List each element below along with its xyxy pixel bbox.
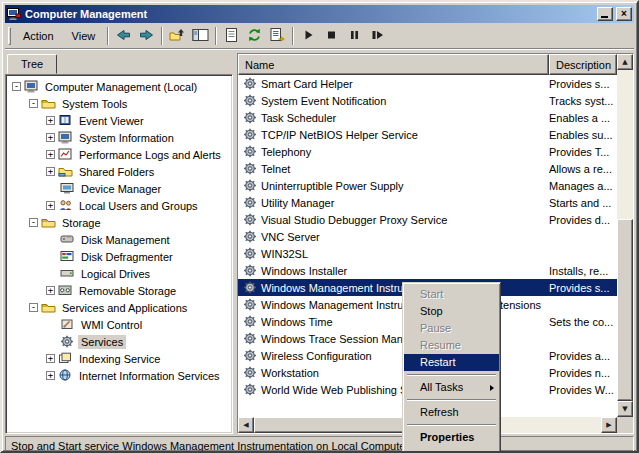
show-tree-button[interactable] bbox=[189, 25, 212, 46]
tree-item-disk-management[interactable]: Disk Management bbox=[8, 231, 232, 248]
up-level-button[interactable] bbox=[166, 25, 189, 46]
tree-item-label: Event Viewer bbox=[76, 114, 147, 128]
tab-tree[interactable]: Tree bbox=[7, 54, 57, 74]
vertical-scrollbar[interactable]: ▲ ▼ bbox=[617, 54, 633, 417]
expand-plus-box[interactable]: + bbox=[46, 116, 55, 125]
expand-plus-box[interactable]: + bbox=[46, 201, 55, 210]
tree-item-shared-folders[interactable]: +Shared Folders bbox=[8, 163, 232, 180]
expand-plus-box[interactable]: + bbox=[46, 167, 55, 176]
expand-minus-box[interactable]: - bbox=[29, 218, 38, 227]
expand-plus-box[interactable]: + bbox=[46, 133, 55, 142]
expand-plus-box[interactable]: + bbox=[46, 150, 55, 159]
start-service-button[interactable] bbox=[297, 25, 320, 46]
toolbar-separator bbox=[161, 27, 163, 45]
service-gear-icon bbox=[243, 77, 257, 90]
column-header-description[interactable]: Description bbox=[549, 54, 617, 75]
service-row-task-scheduler[interactable]: Task SchedulerEnables a ... bbox=[238, 109, 617, 126]
tree-item-system-tools[interactable]: -System Tools bbox=[8, 95, 232, 112]
forward-button[interactable] bbox=[135, 25, 158, 46]
expand-plus-box[interactable]: + bbox=[46, 371, 55, 380]
column-header-name[interactable]: Name bbox=[238, 54, 549, 75]
service-row-visual-studio-debugger-proxy-service[interactable]: Visual Studio Debugger Proxy ServiceProv… bbox=[238, 211, 617, 228]
service-row-utility-manager[interactable]: Utility ManagerStarts and ... bbox=[238, 194, 617, 211]
expand-minus-box[interactable]: - bbox=[12, 82, 21, 91]
tree-item-event-viewer[interactable]: +Event Viewer bbox=[8, 112, 232, 129]
tree-item-system-information[interactable]: +System Information bbox=[8, 129, 232, 146]
service-description: Installs, re... bbox=[549, 265, 617, 277]
computer-management-icon bbox=[7, 7, 22, 22]
tree-item-indexing-service[interactable]: +Indexing Service bbox=[8, 350, 232, 367]
context-menu-item-restart[interactable]: Restart bbox=[404, 354, 499, 371]
service-gear-icon bbox=[243, 366, 257, 379]
service-description: Tracks syst... bbox=[549, 95, 617, 107]
back-button[interactable] bbox=[112, 25, 135, 46]
service-row-vnc-server[interactable]: VNC Server bbox=[238, 228, 617, 245]
service-name: Wireless Configuration bbox=[261, 350, 372, 362]
service-row-telnet[interactable]: TelnetAllows a re... bbox=[238, 160, 617, 177]
tree-item-device-manager[interactable]: Device Manager bbox=[8, 180, 232, 197]
tree-item-computer-management-local[interactable]: -Computer Management (Local) bbox=[8, 78, 232, 95]
service-gear-icon bbox=[243, 145, 257, 158]
vertical-scroll-thumb[interactable] bbox=[617, 219, 633, 401]
tree-item-logical-drives[interactable]: Logical Drives bbox=[8, 265, 232, 282]
context-menu-item-stop[interactable]: Stop bbox=[404, 303, 499, 320]
service-gear-icon bbox=[243, 383, 257, 396]
context-menu-item-label: Properties bbox=[420, 431, 474, 443]
service-description: Provides a... bbox=[549, 350, 617, 362]
toolbar-grip[interactable] bbox=[8, 27, 11, 45]
minimize-button[interactable] bbox=[597, 7, 613, 21]
service-row-uninterruptible-power-supply[interactable]: Uninterruptible Power SupplyManages a... bbox=[238, 177, 617, 194]
menu-action[interactable]: Action bbox=[14, 27, 63, 45]
folder-tools-icon bbox=[41, 97, 56, 110]
tree-item-local-users-and-groups[interactable]: +Local Users and Groups bbox=[8, 197, 232, 214]
service-gear-icon bbox=[243, 196, 257, 209]
tree-item-services[interactable]: Services bbox=[8, 333, 232, 350]
export-list-button[interactable] bbox=[266, 25, 289, 46]
titlebar[interactable]: Computer Management × bbox=[5, 5, 634, 23]
vertical-scroll-track[interactable] bbox=[617, 70, 633, 401]
tree-item-services-and-applications[interactable]: -Services and Applications bbox=[8, 299, 232, 316]
refresh-button[interactable] bbox=[243, 25, 266, 46]
up-level-icon bbox=[169, 27, 186, 45]
gear-icon bbox=[60, 335, 75, 348]
service-row-smart-card-helper[interactable]: Smart Card HelperProvides s... bbox=[238, 75, 617, 92]
context-menu-item-all-tasks[interactable]: All Tasks bbox=[404, 379, 499, 396]
scroll-down-button[interactable]: ▼ bbox=[617, 401, 633, 417]
service-row-telephony[interactable]: TelephonyProvides T... bbox=[238, 143, 617, 160]
expand-minus-box[interactable]: - bbox=[29, 99, 38, 108]
status-panel: Stop and Start service Windows Managemen… bbox=[5, 436, 634, 453]
scroll-left-button[interactable]: ◀ bbox=[238, 417, 254, 433]
tree-item-disk-defragmenter[interactable]: Disk Defragmenter bbox=[8, 248, 232, 265]
restart-service-button[interactable] bbox=[366, 25, 389, 46]
iis-icon bbox=[58, 369, 73, 382]
service-row-system-event-notification[interactable]: System Event NotificationTracks syst... bbox=[238, 92, 617, 109]
menubar: ActionView bbox=[5, 23, 634, 49]
context-menu-item-refresh[interactable]: Refresh bbox=[404, 404, 499, 421]
context-menu: StartStopPauseResumeRestartAll TasksRefr… bbox=[402, 282, 501, 453]
service-row-win32sl[interactable]: WIN32SL bbox=[238, 245, 617, 262]
close-button[interactable]: × bbox=[616, 7, 632, 21]
tree-item-performance-logs-and-alerts[interactable]: +Performance Logs and Alerts bbox=[8, 146, 232, 163]
expand-plus-box[interactable]: + bbox=[46, 286, 55, 295]
context-menu-item-resume: Resume bbox=[404, 337, 499, 354]
scroll-right-button[interactable]: ▶ bbox=[601, 417, 617, 433]
service-row-tcp-ip-netbios-helper-service[interactable]: TCP/IP NetBIOS Helper ServiceEnables su.… bbox=[238, 126, 617, 143]
start-service-icon bbox=[300, 27, 317, 45]
service-description: Enables a ... bbox=[549, 112, 617, 124]
expand-plus-box[interactable]: + bbox=[46, 354, 55, 363]
tree-item-storage[interactable]: -Storage bbox=[8, 214, 232, 231]
tree-item-wmi-control[interactable]: WMI Control bbox=[8, 316, 232, 333]
tree-item-internet-information-services[interactable]: +Internet Information Services bbox=[8, 367, 232, 384]
properties-button[interactable] bbox=[220, 25, 243, 46]
context-menu-item-label: All Tasks bbox=[420, 381, 463, 393]
stop-service-button[interactable] bbox=[320, 25, 343, 46]
tree-item-removable-storage[interactable]: +Removable Storage bbox=[8, 282, 232, 299]
service-row-windows-installer[interactable]: Windows InstallerInstalls, re... bbox=[238, 262, 617, 279]
pause-service-icon bbox=[346, 27, 363, 45]
pause-service-button[interactable] bbox=[343, 25, 366, 46]
service-name: Windows Installer bbox=[261, 265, 347, 277]
scroll-up-button[interactable]: ▲ bbox=[617, 54, 633, 70]
context-menu-item-properties[interactable]: Properties bbox=[404, 429, 499, 446]
expand-minus-box[interactable]: - bbox=[29, 303, 38, 312]
menu-view[interactable]: View bbox=[63, 27, 105, 45]
